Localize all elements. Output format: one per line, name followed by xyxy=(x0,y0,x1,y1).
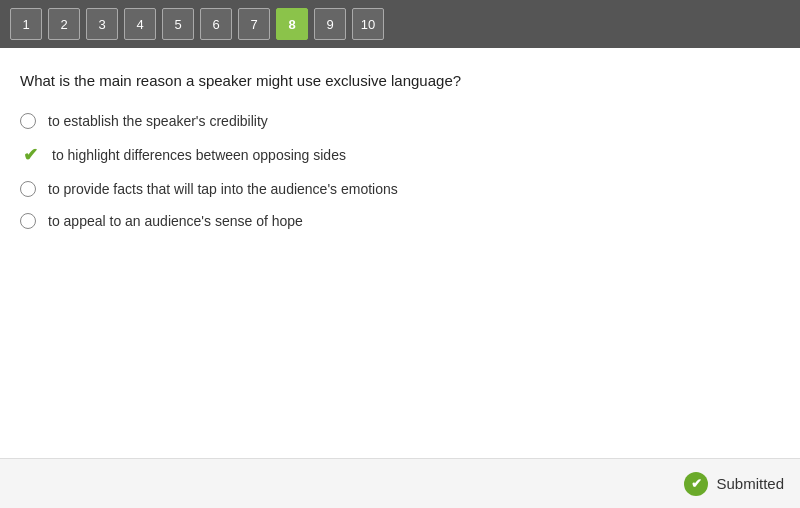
option-1[interactable]: to establish the speaker's credibility xyxy=(20,113,780,129)
options-list: to establish the speaker's credibility ✔… xyxy=(20,113,780,229)
option-3[interactable]: to provide facts that will tap into the … xyxy=(20,181,780,197)
nav-item-3[interactable]: 3 xyxy=(86,8,118,40)
option-2-label: to highlight differences between opposin… xyxy=(52,147,346,163)
submitted-check-icon: ✔ xyxy=(684,472,708,496)
nav-item-5[interactable]: 5 xyxy=(162,8,194,40)
nav-item-6[interactable]: 6 xyxy=(200,8,232,40)
option-4[interactable]: to appeal to an audience's sense of hope xyxy=(20,213,780,229)
nav-item-7[interactable]: 7 xyxy=(238,8,270,40)
option-2[interactable]: ✔ to highlight differences between oppos… xyxy=(20,145,780,165)
option-3-label: to provide facts that will tap into the … xyxy=(48,181,398,197)
nav-item-2[interactable]: 2 xyxy=(48,8,80,40)
nav-item-8[interactable]: 8 xyxy=(276,8,308,40)
radio-option-4[interactable] xyxy=(20,213,36,229)
footer: ✔ Submitted xyxy=(0,458,800,508)
question-nav-bar: 1 2 3 4 5 6 7 8 9 10 xyxy=(0,0,800,48)
option-1-label: to establish the speaker's credibility xyxy=(48,113,268,129)
radio-option-1[interactable] xyxy=(20,113,36,129)
option-4-label: to appeal to an audience's sense of hope xyxy=(48,213,303,229)
nav-item-1[interactable]: 1 xyxy=(10,8,42,40)
question-text: What is the main reason a speaker might … xyxy=(20,72,780,89)
nav-item-9[interactable]: 9 xyxy=(314,8,346,40)
checkmark-icon: ✔ xyxy=(20,145,40,165)
nav-item-4[interactable]: 4 xyxy=(124,8,156,40)
submitted-label: Submitted xyxy=(716,475,784,492)
submitted-badge: ✔ Submitted xyxy=(684,472,784,496)
nav-item-10[interactable]: 10 xyxy=(352,8,384,40)
main-content: What is the main reason a speaker might … xyxy=(0,48,800,458)
radio-option-3[interactable] xyxy=(20,181,36,197)
